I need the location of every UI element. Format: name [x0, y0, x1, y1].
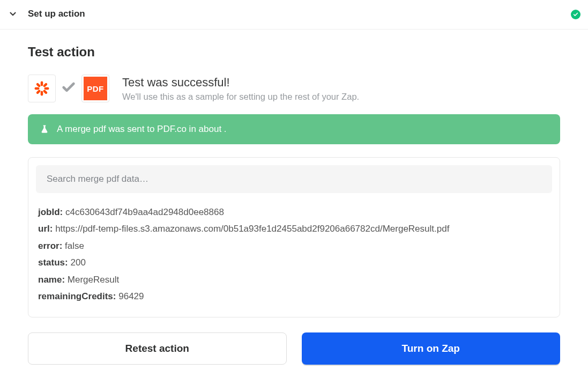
- svg-rect-2: [35, 87, 40, 90]
- data-key: status:: [38, 257, 68, 268]
- banner-text: A merge pdf was sent to PDF.co in about …: [57, 124, 227, 135]
- data-value: https://pdf-temp-files.s3.amazonaws.com/…: [55, 224, 449, 234]
- chevron-down-icon: [8, 9, 18, 19]
- action-buttons: Retest action Turn on Zap: [28, 332, 560, 365]
- test-result-subtitle: We'll use this as a sample for setting u…: [122, 92, 359, 102]
- section-title: Test action: [28, 45, 560, 60]
- data-value: c4c630643df74b9aa4ad2948d0ee8868: [65, 207, 224, 217]
- step-header[interactable]: Set up action: [0, 0, 588, 29]
- data-row: url: https://pdf-temp-files.s3.amazonaws…: [38, 220, 550, 237]
- svg-rect-7: [43, 90, 48, 95]
- collapse-toggle[interactable]: [4, 9, 21, 19]
- data-row: remainingCredits: 96429: [38, 288, 550, 305]
- connector-check-icon: [61, 80, 76, 97]
- svg-rect-3: [44, 87, 49, 90]
- zapier-app-icon: [28, 75, 56, 102]
- result-data-card: jobId: c4c630643df74b9aa4ad2948d0ee8868 …: [28, 157, 560, 317]
- test-result-header: PDF Test was successful! We'll use this …: [28, 75, 560, 102]
- result-data-list: jobId: c4c630643df74b9aa4ad2948d0ee8868 …: [36, 201, 552, 309]
- pdf-icon: PDF: [84, 77, 107, 100]
- svg-rect-6: [36, 83, 41, 88]
- data-key: remainingCredits:: [38, 291, 116, 301]
- step-content: Test action PDF Test w: [0, 29, 588, 386]
- data-row: status: 200: [38, 254, 550, 271]
- svg-rect-1: [41, 91, 43, 96]
- data-key: jobId:: [38, 207, 63, 217]
- data-row: jobId: c4c630643df74b9aa4ad2948d0ee8868: [38, 204, 550, 220]
- data-value: 200: [70, 257, 85, 268]
- pdfco-app-icon: PDF: [81, 75, 109, 102]
- data-row: name: MergeResult: [38, 271, 550, 288]
- svg-rect-5: [36, 90, 41, 95]
- check-icon: [573, 12, 578, 17]
- data-key: error:: [38, 241, 62, 251]
- turn-on-zap-button[interactable]: Turn on Zap: [302, 332, 561, 365]
- search-input[interactable]: [36, 165, 552, 193]
- status-success-badge: [571, 10, 580, 19]
- data-row: error: false: [38, 238, 550, 254]
- success-banner: A merge pdf was sent to PDF.co in about …: [28, 114, 560, 144]
- step-title: Set up action: [28, 9, 85, 19]
- flask-icon: [40, 124, 49, 134]
- data-value: MergeResult: [68, 275, 119, 285]
- data-value: false: [65, 241, 84, 251]
- retest-button[interactable]: Retest action: [28, 332, 287, 365]
- test-result-title: Test was successful!: [122, 76, 359, 90]
- data-value: 96429: [118, 291, 144, 301]
- svg-rect-4: [43, 83, 48, 88]
- svg-rect-0: [41, 82, 43, 86]
- data-key: url:: [38, 224, 53, 234]
- data-key: name:: [38, 275, 65, 285]
- zapier-burst-icon: [34, 80, 50, 97]
